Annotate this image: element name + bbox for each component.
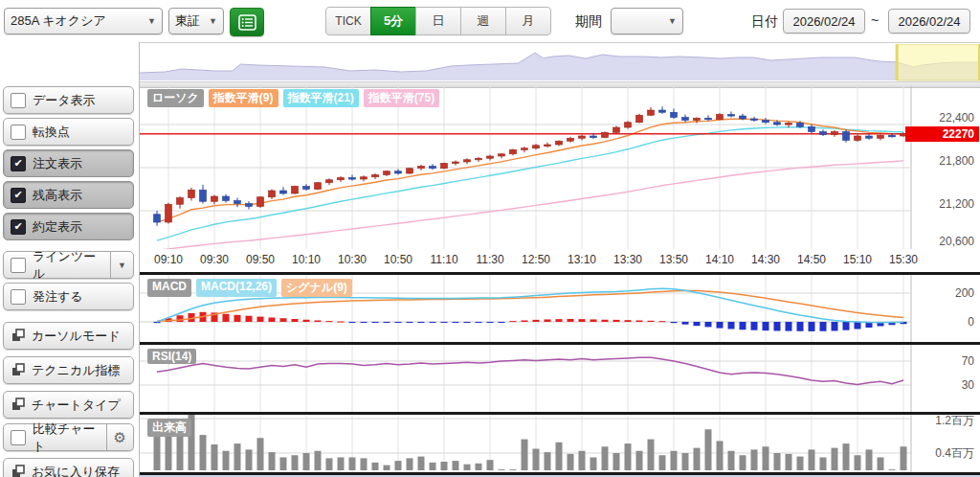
checkbox[interactable] (11, 93, 26, 108)
checkbox[interactable] (11, 258, 26, 273)
sidebar-item-compare-chart[interactable]: 比較チャート⚙ (3, 423, 134, 451)
exchange-select[interactable]: 東証 ▼ (168, 8, 224, 34)
date-from-input[interactable] (783, 9, 865, 34)
time-tick-label: 12:50 (515, 253, 557, 266)
checkbox[interactable]: ✔ (11, 156, 26, 171)
legend-item: 出来高 (147, 419, 191, 437)
legend: ローソク指数平滑(9)指数平滑(21)指数平滑(75) (147, 89, 439, 107)
layers-icon (11, 398, 25, 412)
sidebar-item-label: データ表示 (33, 92, 96, 109)
list-icon (238, 14, 256, 31)
time-tick-label: 14:50 (791, 253, 833, 266)
svg-text:1.2百万: 1.2百万 (935, 415, 974, 427)
navigator-selection[interactable] (897, 44, 980, 80)
timeframe-week[interactable]: 週 (460, 7, 506, 35)
sidebar-item-label: チャートタイプ (32, 397, 121, 414)
gear-icon[interactable]: ⚙ (106, 424, 126, 450)
sidebar-item-technical-indicators[interactable]: テクニカル指標 (3, 356, 134, 384)
legend-item: シグナル(9) (281, 279, 352, 297)
time-tick-label: 09:10 (147, 253, 189, 266)
volume-panel[interactable]: 1.2百万0.4百万出来高 (140, 415, 980, 472)
svg-text:0.4百万: 0.4百万 (935, 446, 974, 460)
toolbar: 285A キオクシア ▼ 東証 ▼ TICK5分日週月 期間 ▼ 日付 ~ (0, 0, 980, 42)
time-tick-label: 10:10 (285, 253, 327, 266)
date-label: 日付 (751, 13, 778, 31)
sidebar-item-label: お気に入り保存 (32, 464, 120, 477)
sidebar-item-label: 発注する (33, 288, 83, 306)
chevron-down-icon: ▼ (662, 16, 677, 26)
svg-text:21,800: 21,800 (939, 154, 974, 168)
checkbox[interactable] (11, 125, 26, 140)
svg-text:22,400: 22,400 (939, 111, 974, 125)
period-select[interactable]: ▼ (611, 8, 683, 34)
sidebar-item-cursor-mode[interactable]: カーソルモード (3, 322, 134, 350)
sidebar-item-label: 転換点 (33, 124, 70, 141)
sidebar-item-save-favorite[interactable]: お気に入り保存 (3, 458, 134, 477)
chevron-down-icon: ▼ (142, 16, 156, 26)
current-price-badge: 22270 (905, 126, 979, 142)
symbol-list-button[interactable] (230, 8, 264, 36)
legend: MACDMACD(12,26)シグナル(9) (147, 279, 352, 297)
legend-item: RSI(14) (147, 349, 196, 364)
legend: 出来高 (147, 419, 191, 437)
sidebar: データ表示転換点✔注文表示✔残高表示✔約定表示ラインツール▼発注するカーソルモー… (0, 42, 139, 477)
sidebar-item-label: 比較チャート (33, 420, 100, 455)
sidebar-item-label: 約定表示 (33, 218, 82, 236)
svg-text:200: 200 (955, 286, 974, 300)
sidebar-item-chart-type[interactable]: チャートタイプ (3, 391, 134, 419)
checkbox[interactable] (11, 430, 26, 445)
time-tick-label: 11:30 (469, 253, 511, 266)
sidebar-item-label: テクニカル指標 (32, 362, 121, 379)
svg-text:21,200: 21,200 (939, 197, 974, 211)
navigator-strip[interactable] (140, 44, 980, 81)
checkbox[interactable]: ✔ (11, 219, 26, 235)
chevron-down-icon[interactable]: ▼ (110, 252, 126, 278)
exchange-select-value: 東証 (175, 12, 200, 30)
checkbox[interactable]: ✔ (11, 188, 26, 203)
timeframe-tick[interactable]: TICK (325, 7, 371, 35)
time-tick-label: 14:30 (745, 253, 787, 266)
svg-text:30: 30 (962, 378, 975, 392)
legend-item: 指数平滑(9) (209, 89, 278, 107)
time-tick-label: 14:10 (699, 253, 741, 266)
sidebar-item-turning-point[interactable]: 転換点 (3, 118, 134, 146)
symbol-select[interactable]: 285A キオクシア ▼ (4, 8, 163, 34)
sidebar-item-line-tool[interactable]: ラインツール▼ (3, 251, 134, 279)
macd-panel[interactable]: 2000MACDMACD(12,26)シグナル(9) (140, 275, 980, 342)
time-tick-label: 15:30 (882, 253, 924, 266)
svg-text:0: 0 (968, 315, 974, 329)
timeframe-month[interactable]: 月 (505, 7, 551, 35)
layers-icon (11, 329, 25, 343)
time-tick-label: 13:30 (607, 253, 649, 266)
sidebar-item-balance-display[interactable]: ✔残高表示 (3, 181, 134, 209)
time-axis: 09:1009:3009:5010:1010:3010:5011:1011:30… (140, 249, 980, 272)
legend-item: ローソク (147, 89, 204, 107)
date-to-input[interactable] (888, 9, 970, 34)
svg-text:20,600: 20,600 (939, 235, 974, 248)
sidebar-item-place-order[interactable]: 発注する (3, 283, 134, 310)
sidebar-item-label: 注文表示 (33, 155, 82, 172)
rsi-panel[interactable]: 7030RSI(14) (140, 345, 980, 412)
legend-item: 指数平滑(75) (364, 89, 439, 107)
timeframe-5min[interactable]: 5分 (370, 7, 416, 35)
checkbox[interactable] (11, 289, 26, 305)
price-chart-panel[interactable]: 22,40021,80021,20020,600ローソク指数平滑(9)指数平滑(… (140, 86, 980, 249)
period-label: 期間 (575, 13, 602, 31)
legend-item: 指数平滑(21) (283, 89, 359, 107)
sidebar-item-execution-display[interactable]: ✔約定表示 (3, 213, 134, 240)
time-tick-label: 10:50 (377, 253, 419, 266)
layers-icon (11, 465, 25, 477)
sidebar-item-data-display[interactable]: データ表示 (3, 86, 134, 114)
timeframe-day[interactable]: 日 (415, 7, 461, 35)
time-tick-label: 09:50 (239, 253, 281, 266)
time-tick-label: 13:50 (653, 253, 695, 266)
time-tick-label: 09:30 (193, 253, 235, 266)
time-tick-label: 11:10 (423, 253, 465, 266)
time-tick-label: 15:10 (836, 253, 879, 266)
svg-text:70: 70 (962, 354, 975, 368)
sidebar-item-order-display[interactable]: ✔注文表示 (3, 149, 134, 177)
date-range-separator: ~ (871, 12, 879, 28)
timeframe-group: TICK5分日週月 (325, 7, 551, 35)
time-tick-label: 13:10 (561, 253, 603, 266)
legend-item: MACD(12,26) (196, 279, 277, 297)
